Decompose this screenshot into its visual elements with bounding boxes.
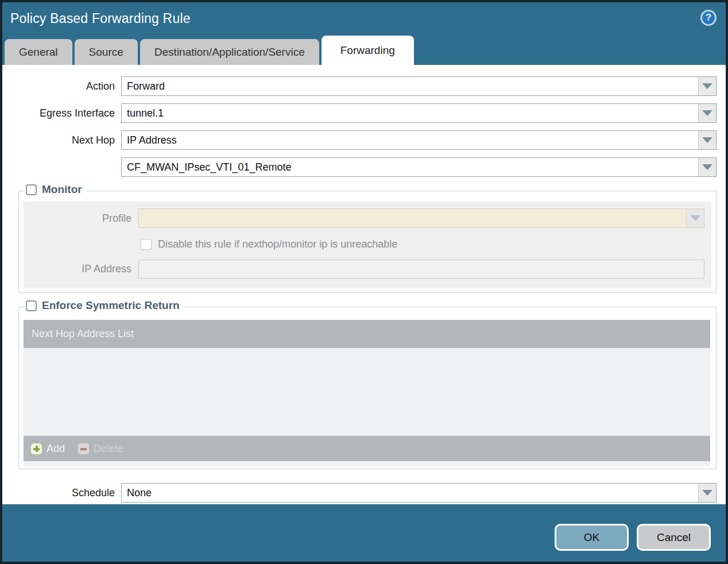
cancel-button[interactable]: Cancel xyxy=(637,524,711,551)
chevron-down-icon xyxy=(702,83,712,89)
profile-label: Profile xyxy=(24,213,138,225)
profile-dropdown xyxy=(138,208,704,228)
schedule-row: Schedule None xyxy=(2,483,717,503)
next-hop-address-list-body xyxy=(24,348,710,436)
next-hop-label: Next Hop xyxy=(2,134,121,146)
forwarding-tab-panel: Action Forward Egress Interface tunnel.1… xyxy=(2,65,726,504)
monitor-fieldset: Monitor Profile D xyxy=(18,191,717,293)
action-dropdown[interactable]: Forward xyxy=(121,76,717,96)
tab-source-label: Source xyxy=(89,46,123,59)
next-hop-address-list-header: Next Hop Address List xyxy=(24,320,710,348)
profile-row: Profile xyxy=(24,208,711,228)
delete-button-label: Delete xyxy=(94,443,123,455)
schedule-label: Schedule xyxy=(2,487,121,499)
delete-button: Delete xyxy=(78,443,123,455)
action-row: Action Forward xyxy=(2,76,717,96)
action-dropdown-button[interactable] xyxy=(698,77,716,95)
egress-interface-label: Egress Interface xyxy=(2,107,121,119)
monitor-ip-address-label: IP Address xyxy=(24,263,138,275)
egress-interface-dropdown[interactable]: tunnel.1 xyxy=(121,103,717,123)
plus-icon xyxy=(30,443,42,455)
enforce-symmetric-return-checkbox[interactable] xyxy=(26,300,37,311)
tab-strip: General Source Destination/Application/S… xyxy=(2,34,726,65)
tab-general-label: General xyxy=(19,46,58,59)
next-hop-address-dropdown[interactable]: CF_MWAN_IPsec_VTI_01_Remote xyxy=(121,157,717,177)
next-hop-type-value: IP Address xyxy=(122,131,698,149)
action-value: Forward xyxy=(122,77,698,95)
tab-destination-application-service[interactable]: Destination/Application/Service xyxy=(140,39,319,65)
tab-forwarding[interactable]: Forwarding xyxy=(322,36,414,65)
dialog-footer: OK Cancel xyxy=(555,524,711,551)
table-bottom-strip xyxy=(24,461,710,466)
profile-value xyxy=(139,209,686,227)
tab-destination-application-service-label: Destination/Application/Service xyxy=(154,46,305,59)
monitor-ip-address-row: IP Address xyxy=(24,260,711,279)
monitor-checkbox[interactable] xyxy=(26,184,37,195)
next-hop-type-dropdown[interactable]: IP Address xyxy=(121,130,717,150)
minus-icon xyxy=(78,443,90,455)
chevron-down-icon xyxy=(702,490,712,496)
monitor-legend: Monitor xyxy=(24,183,87,196)
tab-forwarding-label: Forwarding xyxy=(340,44,395,57)
chevron-down-icon xyxy=(702,110,712,116)
next-hop-address-list-table: Next Hop Address List Add Delete xyxy=(24,320,710,466)
chevron-down-icon xyxy=(702,164,712,170)
schedule-dropdown[interactable]: None xyxy=(121,483,717,503)
egress-interface-row: Egress Interface tunnel.1 xyxy=(2,103,717,123)
monitor-panel: Profile Disable this rule if nexthop/mon… xyxy=(24,202,711,288)
ok-button[interactable]: OK xyxy=(555,524,629,551)
action-label: Action xyxy=(2,80,121,92)
dialog-title: Policy Based Forwarding Rule xyxy=(10,11,191,26)
next-hop-type-dropdown-button[interactable] xyxy=(698,131,716,149)
add-button-label: Add xyxy=(47,443,65,455)
next-hop-address-list-container: Next Hop Address List Add Delete xyxy=(19,307,716,469)
chevron-down-icon xyxy=(690,215,700,221)
add-button[interactable]: Add xyxy=(30,443,65,455)
policy-based-forwarding-dialog: Policy Based Forwarding Rule ? General S… xyxy=(0,0,728,564)
next-hop-address-list-toolbar: Add Delete xyxy=(24,436,710,461)
next-hop-address-row: CF_MWAN_IPsec_VTI_01_Remote xyxy=(2,157,717,177)
chevron-down-icon xyxy=(702,137,712,143)
enforce-symmetric-return-legend: Enforce Symmetric Return xyxy=(24,299,184,312)
monitor-body: Profile Disable this rule if nexthop/mon… xyxy=(19,191,716,292)
disable-rule-row: Disable this rule if nexthop/monitor ip … xyxy=(141,238,711,250)
monitor-legend-label: Monitor xyxy=(42,183,82,196)
dialog-titlebar: Policy Based Forwarding Rule xyxy=(2,2,726,34)
enforce-symmetric-return-fieldset: Enforce Symmetric Return Next Hop Addres… xyxy=(18,307,717,469)
egress-interface-value: tunnel.1 xyxy=(122,104,698,122)
tab-source[interactable]: Source xyxy=(75,39,138,65)
next-hop-address-value: CF_MWAN_IPsec_VTI_01_Remote xyxy=(122,158,698,176)
disable-rule-label: Disable this rule if nexthop/monitor ip … xyxy=(158,238,397,250)
monitor-ip-address-input xyxy=(138,260,704,279)
schedule-value: None xyxy=(122,484,698,502)
next-hop-address-dropdown-button[interactable] xyxy=(698,158,716,176)
profile-dropdown-button xyxy=(686,209,704,227)
schedule-dropdown-button[interactable] xyxy=(698,484,716,502)
egress-interface-dropdown-button[interactable] xyxy=(698,104,716,122)
disable-rule-checkbox xyxy=(141,239,152,250)
tab-general[interactable]: General xyxy=(5,39,72,65)
enforce-symmetric-return-legend-label: Enforce Symmetric Return xyxy=(42,299,180,312)
help-icon[interactable]: ? xyxy=(700,10,717,26)
next-hop-row: Next Hop IP Address xyxy=(2,130,717,150)
